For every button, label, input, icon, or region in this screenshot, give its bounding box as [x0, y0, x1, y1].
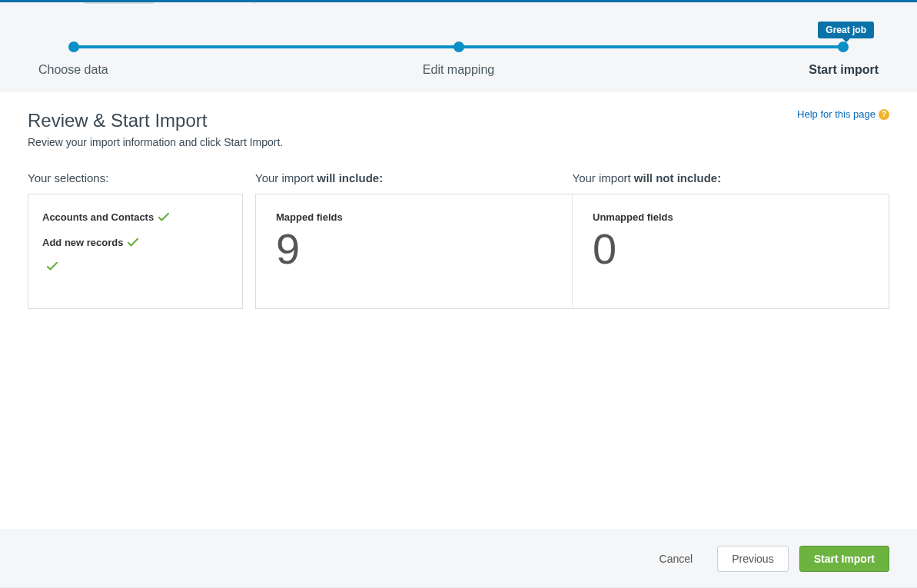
check-icon — [158, 213, 169, 222]
selections-heading: Your selections: — [28, 171, 243, 184]
check-icon — [128, 238, 138, 247]
selections-box: Accounts and Contacts Add new records — [28, 194, 243, 309]
will-include-heading: Your import will include: — [255, 171, 573, 184]
page-subtitle: Review your import information and click… — [28, 136, 889, 148]
include-box: Mapped fields 9 Unmapped fields 0 — [255, 194, 889, 309]
mapped-fields-label: Mapped fields — [276, 211, 552, 223]
will-not-include-heading: Your import will not include: — [573, 171, 890, 184]
will-not-include-strong: will not include: — [634, 171, 721, 184]
unmapped-fields-count: 0 — [593, 228, 869, 271]
will-include-strong: will include: — [317, 171, 383, 184]
help-icon: ? — [879, 109, 889, 120]
mapped-fields-count: 9 — [276, 228, 552, 271]
help-link-text: Help for this page — [797, 108, 875, 120]
progress-dot-1[interactable] — [68, 42, 79, 52]
unmapped-fields-panel: Unmapped fields 0 — [572, 194, 889, 308]
unmapped-fields-label: Unmapped fields — [593, 211, 869, 223]
cancel-button[interactable]: Cancel — [646, 546, 707, 571]
mapped-fields-panel: Mapped fields 9 — [256, 194, 572, 308]
progress-track — [74, 42, 843, 52]
page-title: Review & Start Import — [28, 110, 889, 131]
will-include-prefix: Your import — [255, 171, 317, 184]
progress-dot-2[interactable] — [454, 42, 464, 52]
step-edit-mapping[interactable]: Edit mapping — [423, 63, 494, 77]
tooltip-great-job: Great job — [818, 22, 874, 38]
previous-button[interactable]: Previous — [717, 546, 788, 572]
step-choose-data[interactable]: Choose data — [38, 63, 108, 77]
progress-dot-3[interactable] — [838, 42, 849, 52]
help-link[interactable]: Help for this page ? — [797, 108, 889, 120]
wizard-header: Great job Choose data Edit mapping Start… — [0, 5, 917, 91]
start-import-button[interactable]: Start Import — [799, 546, 889, 572]
selection-item-label: Accounts and Contacts — [42, 211, 154, 223]
selection-item-accounts-contacts: Accounts and Contacts — [42, 211, 228, 223]
check-icon — [47, 262, 58, 271]
step-start-import[interactable]: Start import — [809, 63, 879, 77]
selection-item-empty — [42, 262, 228, 271]
main-content: Help for this page ? Review & Start Impo… — [0, 91, 917, 530]
selection-item-label: Add new records — [42, 237, 123, 248]
selection-item-add-new-records: Add new records — [42, 237, 228, 248]
footer-actions: Cancel Previous Start Import — [0, 530, 917, 588]
step-labels: Choose data Edit mapping Start import — [31, 63, 886, 77]
will-not-include-prefix: Your import — [573, 171, 634, 184]
